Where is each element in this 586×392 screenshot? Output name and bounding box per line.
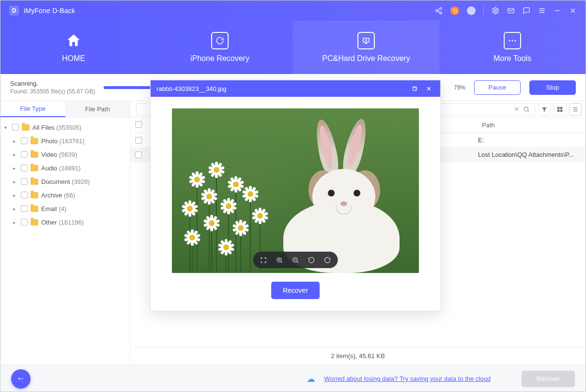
bottom-bar: ← ☁ Worred about losing data? Try saving…: [0, 364, 586, 392]
preview-image: [172, 108, 419, 273]
checkbox[interactable]: [21, 151, 28, 158]
menu-icon[interactable]: [538, 7, 546, 15]
svg-rect-15: [557, 109, 560, 112]
chevron-right-icon: ▸: [13, 206, 18, 211]
tab-file-type[interactable]: File Type: [0, 101, 65, 117]
image-toolbar: [253, 252, 338, 268]
svg-rect-16: [560, 109, 563, 112]
chevron-down-icon: ▾: [4, 125, 9, 130]
row-checkbox[interactable]: [135, 137, 142, 144]
folder-icon: [31, 179, 38, 185]
scan-status: Scanning.: [10, 80, 95, 87]
chevron-right-icon: ▸: [13, 193, 18, 198]
svg-rect-13: [557, 106, 560, 109]
app-title: iMyFone D-Back: [24, 7, 75, 15]
folder-icon: [31, 192, 38, 198]
tree-item[interactable]: ▸Audio (18891): [13, 161, 126, 175]
nav-pc-recovery[interactable]: PC&Hard Drive Recovery: [293, 21, 439, 74]
share-icon[interactable]: [435, 7, 443, 15]
svg-point-2: [440, 12, 442, 14]
folder-icon: [31, 206, 38, 212]
rabbit-illustration: [274, 142, 400, 268]
preview-recover-button[interactable]: Recover: [271, 282, 320, 299]
tree-item[interactable]: ▸Archive (66): [13, 188, 126, 202]
titlebar: D iMyFone D-Back: [0, 0, 586, 21]
selection-summary: 2 item(s), 45.61 KB: [130, 347, 586, 364]
folder-icon: [31, 165, 38, 171]
chevron-right-icon: ▸: [13, 220, 18, 225]
tree-label: All Files (353505): [32, 124, 81, 131]
tab-file-path[interactable]: File Path: [65, 101, 130, 117]
checkbox[interactable]: [21, 219, 28, 226]
scan-found: Found: 353505 file(s) (55.67 GB): [10, 88, 95, 95]
iphone-icon: [211, 32, 229, 49]
search-icon[interactable]: [521, 106, 532, 113]
row-path: E:: [478, 136, 586, 144]
tree-item[interactable]: ▸Video (5639): [13, 148, 126, 161]
svg-point-1: [436, 10, 438, 12]
svg-point-4: [456, 12, 456, 13]
recover-button[interactable]: Recover: [522, 371, 575, 387]
checkbox[interactable]: [21, 137, 28, 144]
file-tree: ▾ All Files (353505) ▸Photo (163781)▸Vid…: [0, 118, 130, 234]
minimize-icon[interactable]: [554, 7, 561, 15]
zoom-in-icon[interactable]: [276, 256, 283, 264]
preview-titlebar[interactable]: rabbit-4303823__340.jpg ✕: [151, 80, 440, 97]
nav-iphone-recovery[interactable]: iPhone Recovery: [147, 21, 293, 74]
cloud-icon: ☁: [307, 374, 315, 384]
user-avatar-icon[interactable]: [467, 6, 476, 15]
nav-label: More Tools: [493, 54, 531, 63]
tree-label: Email (4): [41, 205, 66, 212]
stop-button[interactable]: Stop: [529, 80, 576, 95]
svg-point-11: [515, 40, 516, 42]
tree-label: Video (5639): [41, 151, 77, 158]
checkbox[interactable]: [12, 124, 19, 131]
main-nav: HOME iPhone Recovery PC&Hard Drive Recov…: [0, 21, 586, 74]
tree-item[interactable]: ▸Photo (163781): [13, 134, 126, 148]
nav-label: HOME: [62, 54, 85, 63]
close-preview-icon[interactable]: ✕: [423, 85, 434, 92]
select-all-checkbox[interactable]: [135, 121, 142, 128]
cart-icon[interactable]: [450, 6, 459, 15]
chevron-right-icon: ▸: [13, 179, 18, 184]
nav-more-tools[interactable]: More Tools: [439, 21, 586, 74]
rotate-right-icon[interactable]: [324, 256, 331, 264]
checkbox[interactable]: [21, 178, 28, 185]
grid-view-icon[interactable]: [554, 103, 566, 116]
tree-label: Photo (163781): [41, 137, 85, 145]
tree-item[interactable]: ▸Other (161196): [13, 215, 126, 229]
checkbox[interactable]: [21, 205, 28, 212]
mail-icon[interactable]: [507, 7, 515, 15]
cloud-save-link[interactable]: Worred about losing data? Try saving you…: [324, 375, 491, 382]
nav-label: PC&Hard Drive Recovery: [322, 54, 410, 63]
row-path: Lost Location\QQ Attachments\P...: [478, 151, 586, 158]
feedback-icon[interactable]: [523, 7, 530, 15]
tree-item[interactable]: ▸Document (3928): [13, 175, 126, 188]
zoom-out-icon[interactable]: [292, 256, 299, 264]
row-checkbox[interactable]: [135, 151, 142, 158]
restore-window-icon[interactable]: [411, 86, 423, 92]
close-icon[interactable]: [569, 7, 577, 15]
pause-button[interactable]: Pause: [474, 80, 521, 95]
back-button[interactable]: ←: [11, 369, 31, 389]
rotate-left-icon[interactable]: [308, 256, 315, 264]
tree-label: Document (3928): [41, 178, 90, 185]
preview-dialog: rabbit-4303823__340.jpg ✕: [150, 80, 441, 311]
settings-gear-icon[interactable]: [492, 7, 499, 15]
checkbox[interactable]: [21, 165, 28, 171]
tree-root[interactable]: ▾ All Files (353505): [4, 121, 126, 134]
filter-icon[interactable]: [538, 103, 551, 116]
svg-point-9: [509, 40, 510, 42]
tree-item[interactable]: ▸Email (4): [13, 202, 126, 215]
preview-filename: rabbit-4303823__340.jpg: [156, 85, 411, 92]
checkbox[interactable]: [21, 192, 28, 198]
svg-point-0: [440, 7, 442, 9]
clear-icon[interactable]: ✕: [512, 106, 521, 113]
list-view-icon[interactable]: [569, 103, 582, 116]
progress-percent: 79%: [454, 84, 465, 91]
column-path[interactable]: Path: [478, 121, 586, 129]
fullscreen-icon[interactable]: [260, 256, 267, 264]
nav-home[interactable]: HOME: [0, 21, 147, 74]
folder-icon: [31, 219, 38, 226]
chevron-right-icon: ▸: [13, 138, 18, 144]
